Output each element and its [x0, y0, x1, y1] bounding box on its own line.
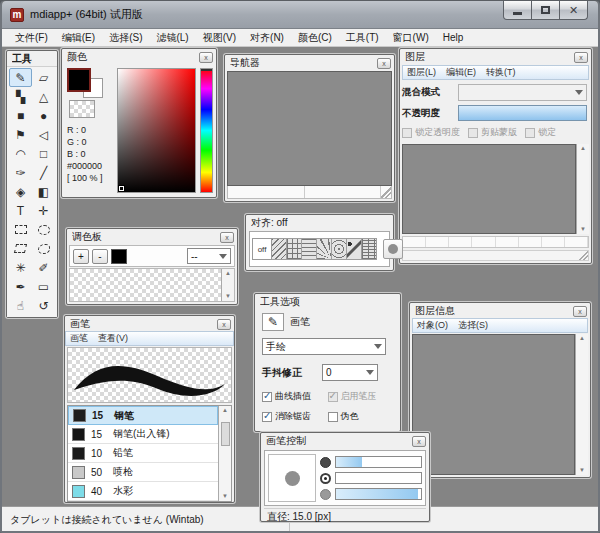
panel-layers-close-icon[interactable]: x — [574, 52, 588, 63]
scroll-up-icon[interactable]: ▲ — [222, 406, 228, 415]
hue-slider[interactable] — [200, 68, 213, 193]
eraser-tool[interactable]: ▱ — [32, 68, 55, 87]
panel-palette-close-icon[interactable]: x — [220, 232, 234, 243]
gradient-tool[interactable]: ◧ — [32, 182, 55, 201]
layers-checkbox-0[interactable]: 锁定透明度 — [402, 126, 460, 139]
curve-tool[interactable]: ◠ — [9, 144, 32, 163]
fill-square-tool[interactable]: ■ — [9, 106, 32, 125]
layer-info-scrollbar[interactable]: ▲▼ — [575, 334, 588, 475]
layer-list-scrollbar[interactable]: ▲▼ — [576, 144, 589, 234]
brush-menu-item-1[interactable]: 查看(V) — [98, 332, 128, 345]
panel-layer-info-close-icon[interactable]: x — [573, 306, 587, 317]
move-tool[interactable]: ✛ — [32, 201, 55, 220]
panel-color-close-icon[interactable]: x — [199, 52, 213, 63]
menubar-item-7[interactable]: 工具(T) — [339, 29, 386, 47]
path-tool[interactable]: ✑ — [9, 163, 32, 182]
select-pen-tool[interactable]: ✐ — [32, 258, 55, 277]
layers-checkbox-1[interactable]: 剪贴蒙版 — [468, 126, 517, 139]
size-slider-track[interactable] — [335, 456, 422, 468]
opacity-slider-track[interactable] — [335, 472, 422, 484]
align-off-button[interactable]: off — [252, 238, 272, 260]
layer-action-button[interactable] — [496, 237, 519, 247]
brush-list-item-1[interactable]: 15钢笔(出入锋) — [68, 425, 218, 444]
palette-add-button[interactable]: + — [73, 249, 89, 264]
palette-swatch-area[interactable] — [70, 269, 221, 301]
foreground-color-swatch[interactable] — [67, 68, 91, 92]
opacity-slider[interactable] — [320, 471, 422, 485]
brush-list-item-2[interactable]: 10铅笔 — [68, 444, 218, 463]
layer-action-button[interactable] — [449, 237, 472, 247]
scroll-down-icon[interactable]: ▼ — [225, 292, 231, 301]
menubar-item-2[interactable]: 选择(S) — [102, 29, 149, 47]
layer-action-button[interactable] — [519, 237, 542, 247]
align-concentric-button[interactable] — [332, 238, 347, 260]
line-tool[interactable]: ╱ — [32, 163, 55, 182]
panel-brush-control-close-icon[interactable]: x — [412, 436, 426, 447]
brush-list-item-3[interactable]: 50喷枪 — [68, 463, 218, 482]
menubar-item-4[interactable]: 视图(V) — [196, 29, 243, 47]
ruler-tool[interactable]: ▭ — [32, 277, 55, 296]
menubar-item-8[interactable]: 窗口(W) — [386, 29, 436, 47]
brush-menu-item-0[interactable]: 画笔 — [70, 332, 88, 345]
align-fan-button[interactable] — [317, 238, 332, 260]
layers-menu-item-2[interactable]: 转换(T) — [486, 66, 516, 79]
layer-action-button[interactable] — [472, 237, 495, 247]
palette-dropdown[interactable]: -- — [187, 248, 231, 264]
scrollbar-thumb[interactable] — [221, 422, 230, 446]
brush-list-scrollbar[interactable]: ▲▼ — [218, 406, 231, 501]
panel-brush-close-icon[interactable]: x — [217, 319, 231, 330]
align-parallel-button[interactable] — [272, 238, 287, 260]
panel-navigator-close-icon[interactable]: x — [377, 58, 391, 69]
align-curve-button[interactable] — [347, 238, 362, 260]
layer-info-menu-item-0[interactable]: 对象(O) — [417, 319, 448, 332]
menubar-item-5[interactable]: 对齐(N) — [243, 29, 291, 47]
layer-info-menu-item-1[interactable]: 选择(S) — [458, 319, 488, 332]
close-button[interactable]: ✕ — [559, 1, 588, 20]
layer-info-list[interactable] — [412, 334, 575, 475]
scroll-up-icon[interactable]: ▲ — [579, 334, 585, 343]
navigator-canvas[interactable] — [227, 71, 392, 186]
align-horizon-button[interactable] — [302, 238, 317, 260]
select-rect-tool[interactable] — [9, 220, 32, 239]
transparent-color-swatch[interactable] — [69, 100, 95, 118]
scroll-down-icon[interactable]: ▼ — [579, 466, 585, 475]
pixel-tool[interactable]: ▚ — [9, 87, 32, 106]
menubar-item-1[interactable]: 编辑(E) — [55, 29, 102, 47]
layer-action-button[interactable] — [426, 237, 449, 247]
magic-wand-tool[interactable]: ✳ — [9, 258, 32, 277]
saturation-value-picker[interactable] — [117, 68, 196, 193]
brush-list-item-4[interactable]: 40水彩 — [68, 482, 218, 501]
palette-current-swatch[interactable] — [111, 249, 127, 264]
scroll-up-icon[interactable]: ▲ — [580, 144, 586, 153]
rotate-tool[interactable]: ↺ — [32, 296, 55, 315]
bucket-tool[interactable]: ◈ — [9, 182, 32, 201]
polyline-tool[interactable]: ◁ — [32, 125, 55, 144]
stabilizer-dropdown[interactable]: 0 — [322, 364, 378, 381]
palette-scrollbar[interactable]: ▲▼ — [221, 269, 234, 301]
menubar-item-6[interactable]: 颜色(C) — [291, 29, 339, 47]
scroll-down-icon[interactable]: ▼ — [580, 225, 586, 234]
scroll-down-icon[interactable]: ▼ — [222, 492, 228, 501]
menubar-item-0[interactable]: 文件(F) — [8, 29, 55, 47]
layers-menu-item-1[interactable]: 编辑(E) — [446, 66, 476, 79]
scroll-up-icon[interactable]: ▲ — [225, 269, 231, 278]
pen-tool[interactable]: ✎ — [9, 68, 32, 87]
palette-remove-button[interactable]: - — [92, 249, 108, 264]
tone-tool[interactable]: △ — [32, 87, 55, 106]
align-point-button[interactable] — [383, 239, 403, 259]
resize-grip-icon[interactable] — [381, 186, 391, 198]
opacity-slider[interactable] — [458, 105, 587, 121]
size-slider[interactable] — [320, 455, 422, 469]
layer-action-button[interactable] — [403, 237, 426, 247]
blend-mode-dropdown[interactable] — [458, 84, 587, 101]
lasso-tool[interactable] — [9, 239, 32, 258]
menubar-item-3[interactable]: 滤镜(L) — [149, 29, 195, 47]
tool-options-checkbox-1[interactable]: 启用笔压 — [328, 390, 386, 403]
rect-tool[interactable]: □ — [32, 144, 55, 163]
brush-list-item-0[interactable]: 15钢笔 — [68, 406, 218, 425]
fill-polygon-tool[interactable]: ⚑ — [9, 125, 32, 144]
density-slider-track[interactable] — [335, 488, 422, 500]
select-ellipse-tool[interactable] — [32, 220, 55, 239]
eyedropper-tool[interactable]: ✒ — [9, 277, 32, 296]
maximize-button[interactable] — [531, 1, 560, 20]
